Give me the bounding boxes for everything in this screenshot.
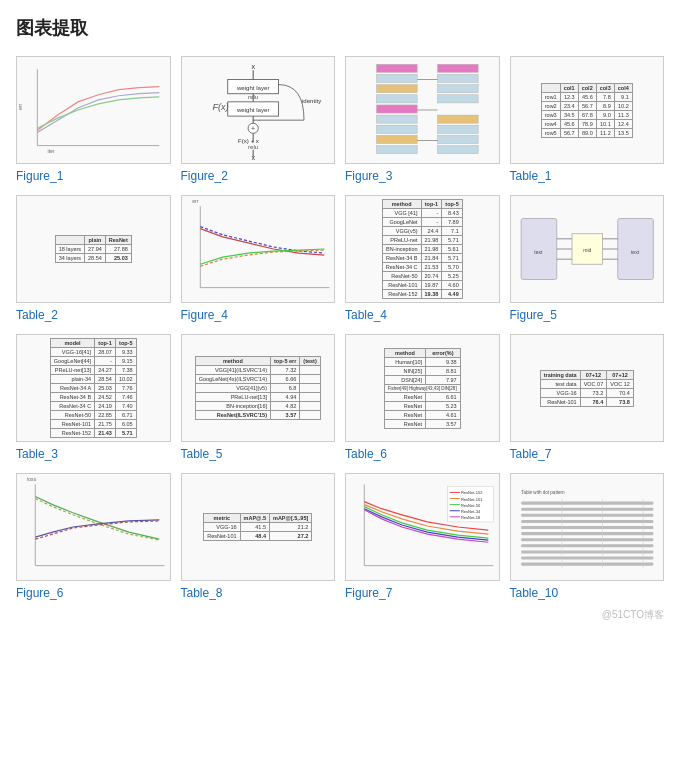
thumb-tbl5[interactable]: methodtop-5 err(test) VGG[41](ILSVRC'14)… bbox=[181, 334, 336, 442]
svg-text:x: x bbox=[251, 154, 255, 162]
cell-fig1: iter err Figure_1 bbox=[16, 56, 171, 183]
svg-text:ResNet-50: ResNet-50 bbox=[461, 503, 481, 508]
svg-rect-59 bbox=[17, 476, 170, 578]
thumb-tbl6[interactable]: methoderror(%) Human[10]9.38 NIN[25]8.81… bbox=[345, 334, 500, 442]
svg-rect-82 bbox=[521, 520, 653, 523]
label-tbl3: Table_3 bbox=[16, 447, 58, 461]
svg-rect-79 bbox=[521, 502, 653, 505]
svg-rect-41 bbox=[438, 146, 479, 154]
thumb-fig6[interactable]: loss bbox=[16, 473, 171, 581]
svg-rect-87 bbox=[521, 550, 653, 553]
label-fig1: Figure_1 bbox=[16, 169, 63, 183]
svg-rect-28 bbox=[377, 95, 418, 103]
svg-rect-40 bbox=[438, 135, 479, 143]
svg-text:loss: loss bbox=[27, 476, 36, 482]
svg-rect-32 bbox=[377, 135, 418, 143]
cell-tbl4: methodtop-1top-5 VGG [41]-8.43 GoogLeNet… bbox=[345, 195, 500, 322]
thumb-fig5[interactable]: text text mid bbox=[510, 195, 665, 303]
label-tbl5: Table_5 bbox=[181, 447, 223, 461]
svg-rect-84 bbox=[521, 532, 653, 535]
label-fig5: Figure_5 bbox=[510, 308, 557, 322]
svg-rect-80 bbox=[521, 508, 653, 511]
svg-text:+: + bbox=[251, 125, 255, 133]
svg-rect-86 bbox=[521, 544, 653, 547]
svg-rect-35 bbox=[438, 74, 479, 82]
svg-text:text: text bbox=[534, 249, 543, 255]
svg-rect-85 bbox=[521, 538, 653, 541]
svg-rect-89 bbox=[521, 563, 653, 566]
cell-fig6: loss Figure_6 bbox=[16, 473, 171, 600]
svg-text:relu: relu bbox=[248, 93, 258, 100]
thumb-tbl3[interactable]: modeltop-1top-5 VGG-16[41]28.079.33 Goog… bbox=[16, 334, 171, 442]
label-tbl2: Table_2 bbox=[16, 308, 58, 322]
label-fig6: Figure_6 bbox=[16, 586, 63, 600]
svg-rect-81 bbox=[521, 514, 653, 517]
svg-rect-34 bbox=[438, 64, 479, 72]
svg-text:Table with dot pattern: Table with dot pattern bbox=[521, 490, 565, 495]
label-tbl10: Table_10 bbox=[510, 586, 559, 600]
svg-text:weight layer: weight layer bbox=[235, 106, 269, 113]
svg-text:ResNet-34: ResNet-34 bbox=[461, 509, 481, 514]
label-tbl8: Table_8 bbox=[181, 586, 223, 600]
label-fig2: Figure_2 bbox=[181, 169, 228, 183]
cell-fig2: x weight layer relu weight layer identit… bbox=[181, 56, 336, 183]
svg-rect-30 bbox=[377, 115, 418, 123]
svg-rect-26 bbox=[377, 74, 418, 82]
thumb-tbl7[interactable]: training data07+1207+12 test dataVOC 07V… bbox=[510, 334, 665, 442]
svg-rect-36 bbox=[438, 85, 479, 93]
cell-fig4: err Figure_4 bbox=[181, 195, 336, 322]
svg-rect-39 bbox=[438, 125, 479, 133]
thumb-fig7[interactable]: ResNet-152 ResNet-101 ResNet-50 ResNet-3… bbox=[345, 473, 500, 581]
thumb-tbl8[interactable]: metricmAP@.5mAP@[.5,.95] VGG-1641.521.2 … bbox=[181, 473, 336, 581]
svg-rect-33 bbox=[377, 146, 418, 154]
svg-text:F(x): F(x) bbox=[212, 102, 228, 112]
svg-rect-37 bbox=[438, 95, 479, 103]
thumb-fig4[interactable]: err bbox=[181, 195, 336, 303]
thumb-tbl4[interactable]: methodtop-1top-5 VGG [41]-8.43 GoogLeNet… bbox=[345, 195, 500, 303]
svg-text:err: err bbox=[192, 198, 199, 204]
svg-text:x: x bbox=[251, 63, 255, 71]
label-tbl1: Table_1 bbox=[510, 169, 552, 183]
thumb-fig1[interactable]: iter err bbox=[16, 56, 171, 164]
svg-text:relu: relu bbox=[248, 143, 258, 150]
label-fig7: Figure_7 bbox=[345, 586, 392, 600]
svg-rect-38 bbox=[438, 115, 479, 123]
svg-rect-27 bbox=[377, 85, 418, 93]
svg-text:err: err bbox=[17, 103, 23, 110]
svg-text:mid: mid bbox=[583, 247, 591, 253]
svg-text:identity: identity bbox=[301, 97, 321, 104]
cell-tbl7: training data07+1207+12 test dataVOC 07V… bbox=[510, 334, 665, 461]
label-tbl4: Table_4 bbox=[345, 308, 387, 322]
cell-tbl5: methodtop-5 err(test) VGG[41](ILSVRC'14)… bbox=[181, 334, 336, 461]
cell-tbl6: methoderror(%) Human[10]9.38 NIN[25]8.81… bbox=[345, 334, 500, 461]
label-fig4: Figure_4 bbox=[181, 308, 228, 322]
thumb-fig3[interactable] bbox=[345, 56, 500, 164]
thumb-fig2[interactable]: x weight layer relu weight layer identit… bbox=[181, 56, 336, 164]
cell-tbl2: plainResNet 18 layers27.9427.88 34 layer… bbox=[16, 195, 171, 322]
cell-tbl8: metricmAP@.5mAP@[.5,.95] VGG-1641.521.2 … bbox=[181, 473, 336, 600]
svg-text:ResNet-101: ResNet-101 bbox=[461, 497, 483, 502]
svg-rect-31 bbox=[377, 125, 418, 133]
svg-rect-83 bbox=[521, 526, 653, 529]
svg-rect-88 bbox=[521, 556, 653, 559]
cell-fig7: ResNet-152 ResNet-101 ResNet-50 ResNet-3… bbox=[345, 473, 500, 600]
cell-tbl3: modeltop-1top-5 VGG-16[41]28.079.33 Goog… bbox=[16, 334, 171, 461]
svg-text:ResNet-152: ResNet-152 bbox=[461, 490, 483, 495]
thumb-tbl2[interactable]: plainResNet 18 layers27.9427.88 34 layer… bbox=[16, 195, 171, 303]
cell-tbl10: Table with dot pattern bbox=[510, 473, 665, 600]
label-fig3: Figure_3 bbox=[345, 169, 392, 183]
cell-tbl1: col1col2col3col4 row112.345.67.89.1 row2… bbox=[510, 56, 665, 183]
watermark: @51CTO博客 bbox=[16, 608, 664, 622]
svg-text:iter: iter bbox=[48, 148, 55, 154]
thumb-tbl1[interactable]: col1col2col3col4 row112.345.67.89.1 row2… bbox=[510, 56, 665, 164]
svg-rect-25 bbox=[377, 64, 418, 72]
svg-rect-29 bbox=[377, 105, 418, 113]
svg-text:weight layer: weight layer bbox=[235, 84, 269, 91]
thumb-tbl10[interactable]: Table with dot pattern bbox=[510, 473, 665, 581]
grid-container: iter err Figure_1 x weight layer relu we… bbox=[16, 56, 664, 600]
page-title: 图表提取 bbox=[16, 16, 664, 40]
svg-text:ResNet-18: ResNet-18 bbox=[461, 515, 481, 520]
label-tbl7: Table_7 bbox=[510, 447, 552, 461]
cell-fig3: Figure_3 bbox=[345, 56, 500, 183]
label-tbl6: Table_6 bbox=[345, 447, 387, 461]
